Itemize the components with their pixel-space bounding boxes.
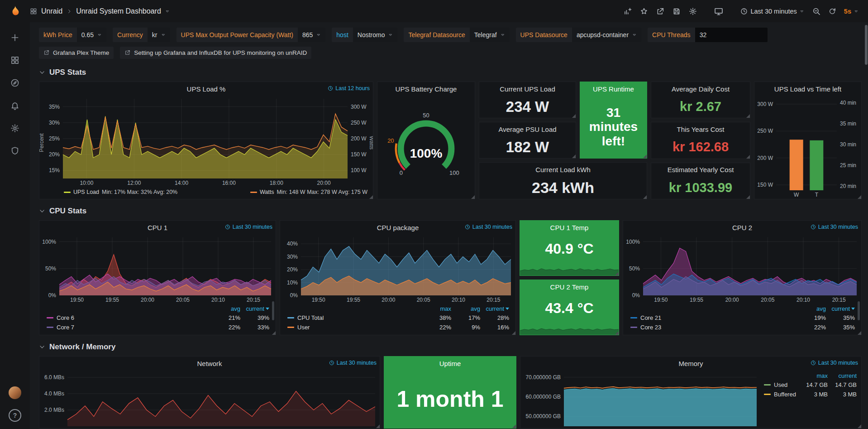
legend-series[interactable]: Used bbox=[764, 381, 799, 388]
panel-resize-handle[interactable] bbox=[643, 154, 647, 158]
variable-ups-max-output[interactable]: UPS Max Output Power Capacity (Watt) 865 bbox=[176, 28, 326, 42]
zoom-out-time-button[interactable] bbox=[809, 5, 824, 18]
panel-title[interactable]: This Years Cost bbox=[677, 125, 724, 133]
sidebar-item-server-admin[interactable] bbox=[10, 146, 19, 155]
legend-column-avg[interactable]: avg bbox=[797, 305, 826, 312]
page-scrollbar-thumb[interactable] bbox=[865, 25, 868, 65]
legend-series[interactable]: Core 7 bbox=[47, 324, 211, 331]
time-range-picker[interactable]: Last 30 minutes bbox=[737, 5, 807, 18]
panel-resize-handle[interactable] bbox=[376, 424, 380, 428]
panel-resize-handle[interactable] bbox=[746, 155, 750, 159]
panel-time-override[interactable]: Last 30 minutes bbox=[465, 224, 512, 230]
link-grafana-plex-theme[interactable]: Grafana Plex Theme bbox=[39, 47, 114, 59]
dashboard-settings-button[interactable] bbox=[686, 5, 700, 18]
legend-column-current[interactable]: current bbox=[240, 305, 269, 312]
panel-title[interactable]: UPS Runtime bbox=[593, 85, 634, 93]
panel-resize-handle[interactable] bbox=[572, 114, 576, 118]
legend-column-max[interactable]: max bbox=[799, 372, 828, 379]
refresh-interval-picker[interactable]: 5s bbox=[841, 5, 862, 18]
panel-title[interactable]: CPU package bbox=[377, 224, 419, 231]
panel-resize-handle[interactable] bbox=[471, 195, 475, 199]
legend-column-max[interactable]: max bbox=[422, 305, 451, 312]
panel-resize-handle[interactable] bbox=[572, 154, 576, 158]
grafana-logo[interactable] bbox=[0, 5, 30, 18]
panel-resize-handle[interactable] bbox=[615, 272, 619, 275]
panel-title[interactable]: CPU 2 bbox=[732, 224, 752, 231]
variable-host[interactable]: host Nostromo bbox=[332, 28, 397, 42]
legend-series[interactable]: Buffered bbox=[764, 391, 799, 398]
panel-title[interactable]: Estimated Yearly Cost bbox=[668, 166, 734, 174]
refresh-dashboard-button[interactable] bbox=[825, 5, 839, 18]
variable-kwh-price[interactable]: kWh Price 0.65 bbox=[39, 28, 106, 42]
panel-resize-handle[interactable] bbox=[369, 195, 373, 199]
cpu-threads-input[interactable] bbox=[695, 28, 768, 42]
dashboard-grid-icon[interactable] bbox=[30, 8, 37, 15]
section-cpu-stats[interactable]: CPU Stats bbox=[39, 206, 862, 217]
legend-scrollbar[interactable] bbox=[858, 301, 860, 320]
panel-resize-handle[interactable] bbox=[746, 195, 750, 199]
variable-ups-datasource[interactable]: UPS Datasource apcupsd-container bbox=[516, 28, 641, 42]
panel-title[interactable]: Average Daily Cost bbox=[672, 85, 730, 93]
star-dashboard-button[interactable] bbox=[637, 5, 651, 18]
sidebar-item-dashboards[interactable] bbox=[10, 56, 19, 65]
panel-title[interactable]: CPU 1 Temp bbox=[550, 224, 589, 231]
panel-title[interactable]: Network bbox=[197, 360, 222, 367]
legend-series-ups-load[interactable]: UPS Load Min: 17% Max: 32% Avg: 20% bbox=[64, 189, 177, 195]
panel-time-override[interactable]: Last 30 minutes bbox=[329, 360, 377, 366]
cycle-view-mode-button[interactable] bbox=[711, 4, 726, 19]
section-ups-stats[interactable]: UPS Stats bbox=[39, 67, 862, 78]
sidebar-item-configuration[interactable] bbox=[10, 124, 19, 133]
add-panel-button[interactable] bbox=[620, 5, 635, 18]
battery-gauge[interactable]: 0 50 100 20 100% bbox=[377, 96, 475, 199]
legend-series[interactable]: User bbox=[287, 324, 422, 331]
panel-resize-handle[interactable] bbox=[643, 195, 647, 199]
panel-time-override[interactable]: Last 30 minutes bbox=[225, 224, 272, 230]
legend-series[interactable]: Core 6 bbox=[47, 314, 211, 321]
panel-resize-handle[interactable] bbox=[746, 114, 750, 118]
cpu-package-chart[interactable]: 0%10%20%30%40%19:5019:5520:0020:0520:102… bbox=[280, 234, 515, 304]
variable-currency[interactable]: Currency kr bbox=[113, 28, 170, 42]
legend-scrollbar[interactable] bbox=[272, 301, 274, 320]
save-dashboard-button[interactable] bbox=[669, 5, 684, 18]
panel-resize-handle[interactable] bbox=[272, 331, 276, 335]
panel-time-override[interactable]: Last 30 minutes bbox=[811, 224, 858, 230]
memory-chart[interactable]: 50.000000 GB60.000000 GB70.000000 GB bbox=[520, 370, 761, 428]
cpu1-chart[interactable]: 0%50%100%19:5019:5520:0020:0520:1020:15 bbox=[39, 234, 276, 304]
breadcrumb-dashboard-title[interactable]: Unraid System Dashboard bbox=[76, 7, 161, 15]
legend-series[interactable]: Core 23 bbox=[630, 324, 797, 331]
legend-series-watts[interactable]: Watts Min: 148 W Max: 278 W Avg: 175 W bbox=[250, 189, 367, 195]
page-scrollbar[interactable] bbox=[864, 22, 868, 429]
legend-column-avg[interactable]: avg bbox=[211, 305, 240, 312]
panel-title[interactable]: Uptime bbox=[439, 360, 461, 367]
panel-title[interactable]: UPS Load vs Time left bbox=[774, 85, 841, 93]
panel-resize-handle[interactable] bbox=[512, 424, 516, 428]
legend-column-current[interactable]: current bbox=[480, 305, 509, 312]
panel-title[interactable]: UPS Battery Charge bbox=[396, 85, 457, 93]
legend-series[interactable]: Core 21 bbox=[630, 314, 797, 321]
panel-title[interactable]: Current UPS Load bbox=[500, 85, 555, 93]
user-avatar[interactable] bbox=[9, 386, 21, 399]
cpu2-chart[interactable]: 0%50%100%19:5019:5520:0020:0520:1020:15 bbox=[623, 234, 861, 304]
variable-telegraf-datasource[interactable]: Telegraf Datasource Telegraf bbox=[404, 28, 509, 42]
panel-title[interactable]: UPS Load % bbox=[187, 85, 226, 93]
panel-title[interactable]: Average PSU Load bbox=[498, 125, 556, 133]
panel-resize-handle[interactable] bbox=[858, 331, 861, 335]
panel-resize-handle[interactable] bbox=[512, 331, 515, 335]
link-ups-monitoring-guide[interactable]: Setting up Grafana and InfluxDB for UPS … bbox=[120, 47, 311, 59]
ups-load-chart[interactable]: 15%20%25%30%35%100 W150 W200 W250 W300 W… bbox=[39, 96, 373, 187]
load-vs-time-bar-chart[interactable]: 150 W200 W250 W300 W20 min25 min30 min35… bbox=[754, 96, 861, 199]
section-network-memory[interactable]: Network / Memory bbox=[39, 342, 862, 352]
caret-down-icon[interactable] bbox=[165, 9, 170, 14]
legend-column-current[interactable]: current bbox=[826, 305, 855, 312]
sidebar-item-explore[interactable] bbox=[10, 78, 19, 87]
breadcrumb-folder[interactable]: Unraid bbox=[41, 7, 62, 15]
panel-title[interactable]: Current Load kWh bbox=[535, 166, 591, 174]
legend-column-avg[interactable]: avg bbox=[451, 305, 480, 312]
sidebar-item-alerting[interactable] bbox=[10, 101, 19, 110]
panel-time-override[interactable]: Last 30 minutes bbox=[811, 360, 858, 366]
panel-title[interactable]: Memory bbox=[678, 360, 703, 367]
panel-title[interactable]: CPU 2 Temp bbox=[550, 283, 589, 291]
legend-series[interactable]: CPU Total bbox=[287, 314, 422, 321]
panel-resize-handle[interactable] bbox=[858, 195, 861, 199]
legend-column-current[interactable]: current bbox=[828, 372, 857, 379]
